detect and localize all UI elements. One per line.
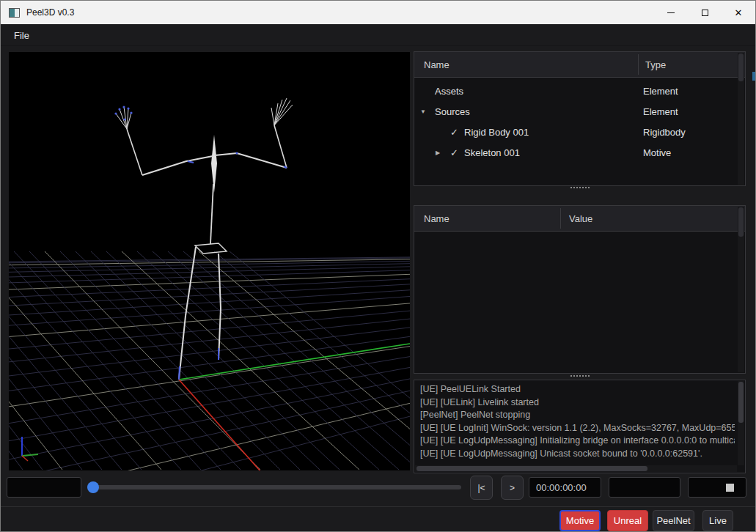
sources-panel: Name Type Assets Element ▼ Sources Eleme… — [414, 51, 746, 186]
tree-row-sources[interactable]: ▼ Sources Element — [414, 101, 745, 122]
tree-item-type: Rigidbody — [643, 122, 686, 142]
log-line: [UE] [UE LogUdpMessaging] Initializing b… — [420, 435, 735, 448]
tree-item-type: Motive — [643, 142, 671, 163]
tree-row-assets[interactable]: Assets Element — [414, 81, 745, 101]
panel-splitter[interactable] — [414, 373, 746, 379]
peelnet-button[interactable]: PeelNet — [653, 510, 694, 531]
scrollbar-thumb[interactable] — [738, 207, 744, 237]
log-horizontal-scrollbar[interactable] — [415, 465, 737, 472]
live-button[interactable]: Live — [702, 510, 733, 531]
log-line: [UE] [UELink] Livelink started — [420, 396, 735, 410]
close-icon: ✕ — [735, 8, 743, 18]
tree-row-skeleton[interactable]: ▶ ✓ Skeleton 001 Motive — [414, 142, 745, 163]
maximize-button[interactable] — [688, 1, 722, 24]
column-header-name[interactable]: Name — [424, 206, 449, 232]
log-line: [UE] [UE LogUdpMessaging] Unicast socket… — [420, 448, 735, 461]
title-bar[interactable]: Peel3D v0.3 ✕ — [1, 1, 755, 24]
column-header-type[interactable]: Type — [645, 52, 666, 78]
app-icon — [9, 8, 20, 18]
record-status-field[interactable] — [688, 477, 746, 498]
column-divider[interactable] — [638, 54, 639, 75]
timeline-slider-handle[interactable] — [87, 481, 99, 493]
scene-canvas — [9, 52, 410, 470]
log-line: [PeelNet] PeelNet stopping — [420, 409, 735, 422]
properties-panel: Name Value — [414, 205, 746, 374]
tree-item-type: Element — [643, 101, 678, 122]
log-output: [UE] PeelUELink Started [UE] [UELink] Li… — [420, 383, 735, 464]
column-divider[interactable] — [560, 208, 561, 229]
properties-header: Name Value — [414, 206, 745, 232]
motive-button[interactable]: Motive — [559, 510, 601, 531]
column-header-value[interactable]: Value — [569, 206, 592, 232]
skeleton-head-neck — [211, 135, 217, 193]
floor-grid — [9, 251, 410, 470]
menu-file[interactable]: File — [10, 24, 34, 46]
log-line: [UE] [UE LogInit] WinSock: version 1.1 (… — [420, 422, 735, 435]
sources-header: Name Type — [414, 52, 745, 78]
tree-item-label: Skeleton 001 — [464, 142, 520, 163]
menu-bar: File — [1, 24, 755, 46]
chevron-right-icon[interactable]: ▶ — [436, 142, 440, 163]
minimize-icon — [667, 12, 675, 13]
maximize-icon — [702, 10, 708, 16]
axis-green — [179, 344, 410, 380]
frame-input[interactable] — [7, 477, 81, 498]
log-panel: [UE] PeelUELink Started [UE] [UELink] Li… — [414, 380, 746, 473]
skip-to-start-button[interactable]: |< — [470, 476, 493, 500]
minimize-button[interactable] — [654, 1, 688, 24]
edge-indicator — [752, 72, 755, 81]
aux-field[interactable] — [609, 477, 680, 498]
viewport-3d[interactable] — [9, 52, 410, 470]
scrollbar-thumb[interactable] — [738, 382, 744, 423]
tree-row-rigid-body[interactable]: ✓ Rigid Body 001 Rigidbody — [414, 122, 745, 142]
checkbox-checked-icon[interactable]: ✓ — [450, 122, 458, 142]
timeline-slider[interactable] — [87, 485, 461, 489]
properties-scrollbar[interactable] — [738, 207, 744, 372]
stop-icon — [726, 484, 734, 492]
sources-scrollbar[interactable] — [738, 53, 744, 185]
play-button[interactable]: > — [501, 476, 524, 500]
checkbox-checked-icon[interactable]: ✓ — [450, 142, 458, 163]
app-window: Peel3D v0.3 ✕ File — [0, 0, 756, 532]
tree-item-label: Assets — [435, 81, 463, 101]
splitter-handle-icon — [570, 187, 590, 188]
tree-item-type: Element — [643, 81, 678, 101]
timecode-display[interactable]: 00:00:00:00 — [529, 477, 601, 498]
axis-gizmo — [22, 437, 38, 461]
scrollbar-thumb[interactable] — [416, 466, 647, 471]
log-vertical-scrollbar[interactable] — [738, 381, 744, 465]
column-header-name[interactable]: Name — [424, 52, 449, 78]
close-button[interactable]: ✕ — [722, 1, 755, 24]
mocap-skeleton — [114, 98, 293, 380]
unreal-button[interactable]: Unreal — [607, 510, 648, 531]
tree-item-label: Rigid Body 001 — [464, 122, 529, 142]
status-divider — [1, 506, 755, 507]
scrollbar-thumb[interactable] — [738, 53, 744, 81]
window-title: Peel3D v0.3 — [26, 7, 74, 18]
tree-item-label: Sources — [435, 101, 470, 122]
chevron-down-icon[interactable]: ▼ — [420, 101, 426, 122]
splitter-handle-icon — [570, 375, 590, 377]
log-line: [UE] PeelUELink Started — [420, 383, 735, 396]
axis-red — [179, 380, 261, 470]
panel-splitter[interactable] — [414, 185, 746, 191]
